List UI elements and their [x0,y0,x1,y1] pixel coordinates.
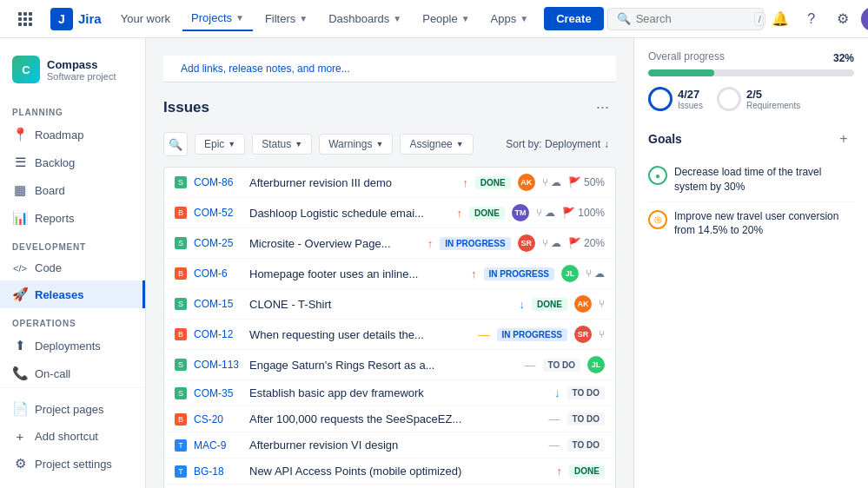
branch-icon: ⑂ [599,298,605,310]
table-row[interactable]: T BG-18 New API Access Points (mobile op… [164,458,615,485]
filters-nav[interactable]: Filters ▼ [256,7,316,30]
assignee-filter-button[interactable]: Assignee ▼ [400,134,473,155]
search-input[interactable] [636,12,749,25]
table-row[interactable]: S COM-25 Microsite - Overview Page... ↑ … [164,228,615,259]
priority-icon: ↑ [462,176,468,189]
notifications-icon[interactable]: 🔔 [767,6,793,32]
sidebar-item-project-settings[interactable]: ⚙ Project settings [0,450,145,478]
breadcrumb-link[interactable]: Add links, release notes, and more... [181,63,350,75]
issue-key: COM-86 [194,176,242,188]
avatar: SR [574,326,592,343]
code-icon: </> [12,263,28,274]
sidebar-item-deployments[interactable]: ⬆ Deployments [0,332,145,359]
table-row[interactable]: S COM-86 Afterburner revision III demo ↑… [164,168,615,198]
add-shortcut-label: Add shortcut [35,430,98,443]
table-row[interactable]: S COM-15 CLONE - T-Shirt ↓ DONE AK ⑂ [164,289,615,320]
dashboards-nav[interactable]: Dashboards ▼ [320,7,410,30]
issue-branch-icons: ⑂ [599,298,605,310]
issue-key: CS-20 [194,413,242,425]
sort-arrow-icon: ↓ [604,138,609,150]
projects-nav[interactable]: Projects ▼ [182,6,253,31]
goal-orange-icon: ◎ [648,210,667,229]
sidebar-item-releases[interactable]: 🚀 Releases [0,280,145,308]
apps-nav[interactable]: Apps ▼ [482,7,538,30]
create-button[interactable]: Create [544,7,603,30]
roadmap-icon: 📍 [12,127,28,142]
table-row[interactable]: T MAC-9 Afterburner revision VI design —… [164,432,615,458]
sort-button[interactable]: Sort by: Deployment ↓ [499,135,616,154]
sidebar-item-oncall[interactable]: 📞 On-call [0,359,145,387]
avatar: TM [512,204,529,221]
sidebar-item-backlog[interactable]: ☰ Backlog [0,148,145,176]
filter-bar: 🔍 Epic ▼ Status ▼ Warnings ▼ Assignee ▼ … [163,132,616,156]
dashboards-chevron-icon: ▼ [393,14,401,23]
issue-branch-icons: ⑂ ☁ [542,176,561,188]
oncall-icon: 📞 [12,366,28,381]
goals-title: Goals [648,132,682,146]
goals-add-button[interactable]: + [833,129,854,149]
issue-branch-icons: ⑂ ☁ [536,207,555,219]
svg-rect-4 [23,17,27,21]
progress-bar-track [648,69,854,76]
priority-icon: — [525,359,536,372]
issue-key: BG-18 [194,465,242,478]
svg-rect-1 [23,12,27,16]
sidebar-item-add-shortcut[interactable]: + Add shortcut [0,423,145,450]
epic-filter-button[interactable]: Epic ▼ [195,134,245,155]
issue-key: COM-12 [194,328,242,340]
project-info: Compass Software project [47,58,116,82]
progress-section: Overall progress 32% 4/27 Issues 2/5 [648,50,854,111]
search-bar[interactable]: 🔍 / [607,8,764,30]
deployments-icon: ⬆ [12,338,28,353]
table-row[interactable]: S COM-113 Engage Saturn's Rings Resort a… [164,350,615,380]
table-row[interactable]: S COM-35 Establish basic app dev framewo… [164,380,615,406]
releases-icon: 🚀 [12,287,28,302]
build-icon: ☁ [545,207,555,219]
app-grid-icon[interactable] [10,11,40,27]
issue-branch-icons: ⑂ ☁ [542,237,561,249]
filters-chevron-icon: ▼ [299,14,308,23]
svg-rect-8 [29,23,32,26]
apps-chevron-icon: ▼ [520,14,528,23]
user-avatar[interactable]: U [861,7,868,31]
sidebar-item-roadmap[interactable]: 📍 Roadmap [0,121,145,148]
goal-green-icon: ● [648,166,667,185]
table-row[interactable]: B CS-20 After 100,000 requests the SeeSp… [164,406,615,432]
branch-icon: ⑂ [542,237,548,249]
jira-logo[interactable]: J Jira [43,8,109,30]
goal-item[interactable]: ● Decrease load time of the travel syste… [648,158,854,202]
assignee-chevron-icon: ▼ [456,140,464,148]
status-filter-button[interactable]: Status ▼ [252,134,312,155]
add-issue-button[interactable]: + + Add issue [164,485,615,488]
issue-type-icon: B [175,207,187,219]
overall-progress-label: Overall progress [648,50,725,63]
sidebar-item-code[interactable]: </> Code [0,255,145,280]
your-work-nav[interactable]: Your work [112,7,179,30]
branch-icon: ⑂ [599,328,605,340]
sidebar-item-project-pages[interactable]: 📄 Project pages [0,395,145,423]
warnings-filter-button[interactable]: Warnings ▼ [319,134,393,155]
issues-table: S COM-86 Afterburner revision III demo ↑… [163,167,616,488]
reports-label: Reports [35,212,75,225]
table-row[interactable]: B COM-12 When requesting user details th… [164,320,615,350]
goal-item[interactable]: ◎ Improve new travel user conversion fro… [648,202,854,246]
issues-more-button[interactable]: ··· [589,95,616,120]
flag-percent: 🚩 100% [562,207,605,219]
projects-chevron-icon: ▼ [235,13,244,23]
issue-key: MAC-9 [194,439,242,452]
sidebar-item-reports[interactable]: 📊 Reports [0,204,145,232]
help-icon[interactable]: ? [798,6,825,32]
issue-type-icon: B [175,267,187,280]
status-badge: TO DO [567,386,605,399]
filter-search-button[interactable]: 🔍 [163,132,188,156]
table-row[interactable]: B COM-6 Homepage footer uses an inline..… [164,259,615,289]
settings-icon[interactable]: ⚙ [830,6,856,32]
reports-icon: 📊 [12,210,28,226]
sidebar-item-board[interactable]: ▦ Board [0,176,145,204]
table-row[interactable]: B COM-52 Dashloop Logistic schedule emai… [164,198,615,228]
priority-icon: ↓ [554,386,560,399]
people-nav[interactable]: People ▼ [414,7,478,30]
issue-key: COM-6 [194,267,242,280]
issue-key: COM-15 [194,298,242,310]
project-pages-icon: 📄 [12,401,28,417]
